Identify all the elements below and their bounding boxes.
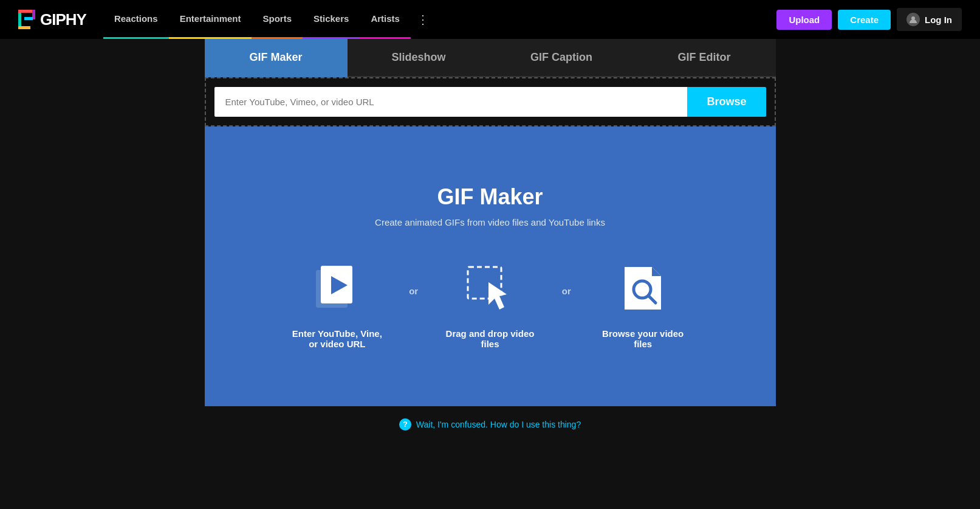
- main-container: GIF Maker Slideshow GIF Caption GIF Edit…: [193, 39, 788, 406]
- options-row: Enter YouTube, Vine, or video URL or Dra…: [284, 258, 697, 349]
- or-divider-1: or: [391, 286, 436, 320]
- tab-slideshow[interactable]: Slideshow: [348, 39, 490, 77]
- nav-artists[interactable]: Artists: [360, 0, 411, 39]
- option-browse-label: Browse your video files: [594, 328, 691, 349]
- nav-actions: Upload Create Log In: [776, 8, 962, 31]
- option-url[interactable]: Enter YouTube, Vine, or video URL: [284, 258, 391, 349]
- help-text[interactable]: Wait, I'm confused. How do I use this th…: [416, 420, 581, 429]
- nav-more-icon[interactable]: ⋮: [411, 12, 435, 27]
- user-avatar-icon: [906, 13, 920, 26]
- svg-rect-3: [18, 26, 30, 29]
- navbar: GIPHY Reactions Entertainment Sports Sti…: [0, 0, 980, 39]
- option-drag[interactable]: Drag and drop video files: [436, 258, 544, 349]
- content-subtitle: Create animated GIFs from video files an…: [375, 217, 605, 227]
- nav-sports[interactable]: Sports: [252, 0, 303, 39]
- nav-entertainment[interactable]: Entertainment: [169, 0, 252, 39]
- tab-gif-caption[interactable]: GIF Caption: [490, 39, 633, 77]
- nav-links: Reactions Entertainment Sports Stickers …: [103, 0, 777, 39]
- giphy-logo-icon: [18, 10, 35, 29]
- svg-marker-10: [488, 282, 507, 310]
- drag-drop-icon: [460, 258, 521, 319]
- nav-stickers[interactable]: Stickers: [303, 0, 360, 39]
- browse-button[interactable]: Browse: [687, 87, 766, 117]
- or-divider-2: or: [544, 286, 589, 320]
- content-area: GIF Maker Create animated GIFs from vide…: [205, 126, 776, 406]
- logo[interactable]: GIPHY: [18, 10, 86, 29]
- option-url-label: Enter YouTube, Vine, or video URL: [289, 328, 386, 349]
- option-drag-label: Drag and drop video files: [442, 328, 539, 349]
- logo-text: GIPHY: [40, 10, 86, 29]
- url-area: Browse: [205, 77, 776, 126]
- url-input[interactable]: [214, 87, 688, 117]
- url-row: Browse: [214, 87, 766, 117]
- nav-reactions[interactable]: Reactions: [103, 0, 169, 39]
- video-url-icon: [307, 258, 368, 319]
- browse-files-icon: [612, 258, 673, 319]
- upload-button[interactable]: Upload: [776, 10, 832, 30]
- login-label: Log In: [925, 15, 952, 25]
- tab-gif-editor[interactable]: GIF Editor: [633, 39, 776, 77]
- footer-help: ? Wait, I'm confused. How do I use this …: [0, 406, 980, 443]
- option-browse[interactable]: Browse your video files: [589, 258, 697, 349]
- svg-rect-4: [24, 17, 33, 20]
- create-button[interactable]: Create: [838, 10, 891, 30]
- help-icon[interactable]: ?: [399, 418, 411, 431]
- content-title: GIF Maker: [437, 184, 543, 210]
- login-button[interactable]: Log In: [897, 8, 962, 31]
- tab-gif-maker[interactable]: GIF Maker: [205, 39, 348, 77]
- tabs: GIF Maker Slideshow GIF Caption GIF Edit…: [205, 39, 776, 77]
